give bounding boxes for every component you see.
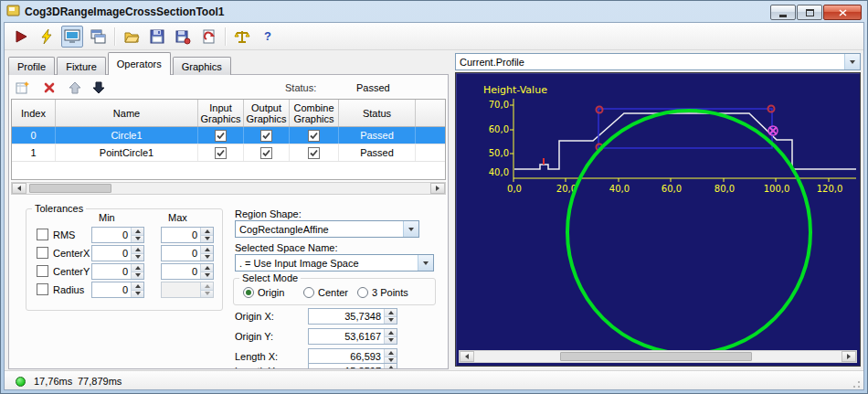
spin-up-button[interactable] <box>201 228 213 235</box>
table-row[interactable]: 0 Circle1 Passed <box>12 127 445 144</box>
resize-grip[interactable] <box>851 378 862 389</box>
float-windows-button[interactable] <box>87 26 109 48</box>
spin-down-button[interactable] <box>132 253 143 261</box>
tab-graphics[interactable]: Graphics <box>173 57 231 75</box>
centery-checkbox[interactable] <box>37 265 48 277</box>
column-header-output-graphics[interactable]: Output Graphics <box>244 100 290 126</box>
spin-down-button[interactable] <box>201 272 213 280</box>
profile-line <box>514 113 856 169</box>
arrow-right-icon <box>436 186 439 191</box>
show-image-display-button[interactable] <box>61 26 83 48</box>
close-button[interactable] <box>823 5 862 20</box>
spin-up-button[interactable] <box>385 364 397 369</box>
revert-button[interactable] <box>197 26 219 48</box>
origin-x-label: Origin X: <box>235 311 274 322</box>
minimize-button[interactable] <box>770 5 796 20</box>
region-shape-select[interactable]: CogRectangleAffine <box>235 220 419 238</box>
spin-up-button[interactable] <box>385 349 397 357</box>
run-icon <box>13 28 29 45</box>
spin-up-button[interactable] <box>201 246 213 253</box>
spin-down-button[interactable] <box>201 253 213 261</box>
spin-down-button[interactable] <box>385 336 397 345</box>
origin-radio[interactable] <box>243 287 254 298</box>
radius-checkbox[interactable] <box>37 283 48 295</box>
spin-down-button[interactable] <box>132 290 143 298</box>
run-live-button[interactable] <box>36 26 58 48</box>
grid-horizontal-scrollbar[interactable] <box>11 182 446 195</box>
status-label: Status: <box>285 82 316 93</box>
scroll-left-button[interactable] <box>12 183 26 194</box>
radius-min-spinner[interactable]: 0 <box>91 282 144 298</box>
spin-up-button[interactable] <box>385 329 397 336</box>
spinner-value: 0 <box>122 284 128 295</box>
column-header-index[interactable]: Index <box>12 100 56 126</box>
save-image-button[interactable] <box>172 26 194 48</box>
dropdown-button[interactable] <box>418 255 433 271</box>
help-button[interactable]: ? <box>257 26 279 48</box>
dropdown-button[interactable] <box>844 54 860 69</box>
centerx-checkbox[interactable] <box>37 247 48 259</box>
selected-space-select[interactable]: . = Use Input Image Space <box>235 254 434 272</box>
spin-down-button[interactable] <box>132 272 143 280</box>
origin-x-spinner[interactable]: 35,7348 <box>308 308 397 325</box>
run-button[interactable] <box>10 26 32 48</box>
centery-max-spinner[interactable]: 0 <box>161 263 214 280</box>
plot-title: Height-Value <box>483 84 547 96</box>
length-y-spinner[interactable]: 15,3597 <box>308 363 397 369</box>
open-button[interactable] <box>121 26 143 48</box>
rotation-handle[interactable] <box>768 126 778 135</box>
input-graphics-checkbox[interactable] <box>215 130 227 142</box>
tab-profile[interactable]: Profile <box>8 57 55 75</box>
centerx-max-spinner[interactable]: 0 <box>161 245 214 261</box>
help-icon: ? <box>264 29 271 43</box>
scrollbar-thumb[interactable] <box>29 184 111 193</box>
move-down-button[interactable] <box>90 80 108 96</box>
cell-name: PointCircle1 <box>56 144 198 161</box>
column-header-name[interactable]: Name <box>56 100 198 126</box>
scroll-left-button[interactable] <box>460 351 474 362</box>
spin-up-button[interactable] <box>132 246 143 253</box>
plot-horizontal-scrollbar[interactable] <box>459 350 857 363</box>
spin-up-button[interactable] <box>201 264 213 272</box>
spin-up-button[interactable] <box>132 264 143 272</box>
rms-checkbox[interactable] <box>37 229 48 240</box>
profile-plot-canvas[interactable]: Height-Value <box>456 73 860 366</box>
output-graphics-checkbox[interactable] <box>260 130 272 142</box>
input-graphics-checkbox[interactable] <box>215 147 227 159</box>
toolbar-separator <box>225 27 226 46</box>
tab-operators[interactable]: Operators <box>108 52 171 75</box>
origin-y-spinner[interactable]: 53,6167 <box>308 328 397 345</box>
spin-down-button[interactable] <box>201 235 213 243</box>
spin-up-button[interactable] <box>132 228 143 235</box>
output-graphics-checkbox[interactable] <box>260 147 272 159</box>
spin-up-button[interactable] <box>132 282 143 290</box>
rms-min-spinner[interactable]: 0 <box>91 227 144 243</box>
combine-graphics-checkbox[interactable] <box>308 130 320 142</box>
spin-down-button[interactable] <box>132 235 143 243</box>
combine-graphics-checkbox[interactable] <box>308 147 320 159</box>
benchmark-button[interactable] <box>231 26 253 48</box>
scroll-right-button[interactable] <box>430 183 445 194</box>
column-header-status[interactable]: Status <box>339 100 416 126</box>
rms-max-spinner[interactable]: 0 <box>161 227 214 243</box>
record-selector[interactable]: Current.Profile <box>455 53 861 70</box>
center-radio[interactable] <box>303 287 314 298</box>
add-operator-button[interactable] <box>13 80 31 96</box>
table-row[interactable]: 1 PointCircle1 Passed <box>12 144 445 162</box>
three-points-radio[interactable] <box>357 287 368 298</box>
maximize-button[interactable] <box>797 5 822 20</box>
scrollbar-thumb[interactable] <box>560 352 752 361</box>
move-up-button[interactable] <box>66 80 84 96</box>
column-header-input-graphics[interactable]: Input Graphics <box>198 100 244 126</box>
centery-min-spinner[interactable]: 0 <box>91 263 144 280</box>
column-header-combine-graphics[interactable]: Combine Graphics <box>290 100 339 126</box>
scroll-right-button[interactable] <box>842 351 856 362</box>
spin-down-button[interactable] <box>385 316 397 325</box>
delete-operator-button[interactable] <box>40 80 58 96</box>
add-operator-icon <box>15 80 29 95</box>
save-button[interactable] <box>146 26 168 48</box>
centerx-min-spinner[interactable]: 0 <box>91 245 144 261</box>
tab-fixture[interactable]: Fixture <box>57 57 106 75</box>
spin-up-button[interactable] <box>385 309 397 316</box>
dropdown-button[interactable] <box>403 221 418 237</box>
